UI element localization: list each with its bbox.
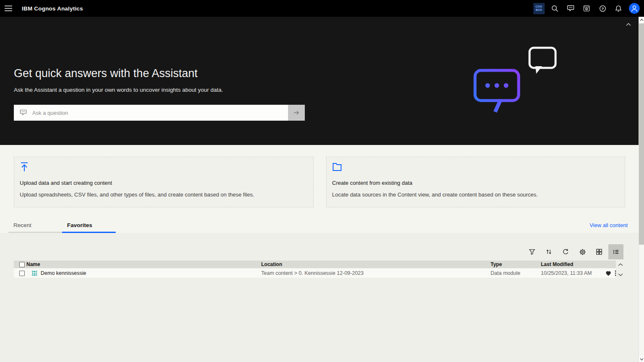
- card-description: Locate data sources in the Content view,…: [332, 191, 619, 198]
- sort-button[interactable]: [541, 244, 556, 259]
- ext-badge-line1: COG: [535, 5, 542, 8]
- topbar: IBM Cognos Analytics COG BOX: [0, 0, 644, 17]
- row-checkbox[interactable]: [19, 271, 25, 276]
- hero-subtitle: Ask the Assistant a question in your own…: [14, 87, 223, 93]
- row-location: Team content > 0. Kennissessie 12-09-202…: [261, 270, 491, 276]
- table-row[interactable]: Demo kennissessie Team content > 0. Kenn…: [14, 268, 616, 278]
- row-checkbox-cell: [14, 271, 26, 276]
- page-scrollbar[interactable]: [639, 17, 644, 362]
- svg-text:?: ?: [601, 6, 604, 11]
- account-avatar: [629, 3, 640, 14]
- heart-icon: [605, 271, 611, 276]
- cogbox-extension-icon: COG BOX: [533, 3, 545, 14]
- ext-badge-line2: BOX: [535, 8, 542, 12]
- row-type: Data module: [491, 270, 541, 276]
- data-module-icon: [31, 270, 37, 276]
- card-title: Upload data and start creating content: [20, 180, 308, 186]
- header-last-modified[interactable]: Last Modified: [541, 261, 603, 267]
- upload-data-card[interactable]: Upload data and start creating content U…: [14, 157, 314, 207]
- view-all-content-link[interactable]: View all content: [589, 222, 628, 228]
- chevron-up-icon: [626, 22, 631, 26]
- favorites-panel: Name Location Type Last Modified: [0, 233, 639, 362]
- ask-question-input[interactable]: [14, 105, 288, 121]
- list-scroll-up-button[interactable]: [618, 261, 623, 269]
- hero-collapse-button[interactable]: [624, 21, 633, 28]
- list-toolbar: [525, 244, 623, 259]
- hamburger-icon: [5, 5, 12, 11]
- help-icon: ?: [599, 5, 606, 12]
- chevron-down-icon: [640, 358, 644, 361]
- assistant-button[interactable]: [563, 0, 579, 17]
- header-type[interactable]: Type: [491, 261, 541, 267]
- list-view-button[interactable]: [608, 244, 623, 259]
- settings-button[interactable]: [575, 244, 590, 259]
- row-last-modified: 10/25/2023, 11:33 AM: [541, 270, 603, 276]
- list-scroll-down-button[interactable]: [618, 271, 623, 279]
- hero-title: Get quick answers with the Assistant: [14, 67, 197, 80]
- card-description: Upload spreadsheets, CSV files, and othe…: [20, 191, 308, 198]
- sort-icon: [545, 248, 552, 255]
- row-name: Demo kennissessie: [41, 270, 86, 276]
- row-actions-cell: [603, 270, 616, 276]
- arrow-right-icon: [293, 109, 300, 116]
- content-tabs: Recent Favorites: [8, 218, 116, 233]
- chevron-down-icon: [618, 272, 623, 277]
- search-button[interactable]: [547, 0, 563, 17]
- ask-question-box: [14, 105, 305, 121]
- account-button[interactable]: [626, 0, 642, 17]
- upload-icon: [20, 162, 30, 172]
- chevron-up-icon: [618, 262, 623, 267]
- filter-icon: [529, 248, 535, 255]
- refresh-button[interactable]: [558, 244, 573, 259]
- header-name[interactable]: Name: [26, 261, 261, 267]
- list-view-icon: [613, 248, 619, 255]
- assistant-hero: Get quick answers with the Assistant Ask…: [0, 17, 639, 145]
- favorite-toggle[interactable]: [605, 271, 611, 276]
- grid-view-button[interactable]: [592, 244, 607, 259]
- scrollbar-down-button[interactable]: [639, 356, 644, 362]
- topbar-actions: COG BOX: [531, 0, 642, 17]
- scrollbar-thumb[interactable]: [639, 23, 644, 245]
- window-eye-icon: [583, 5, 590, 12]
- notifications-button[interactable]: [610, 0, 626, 17]
- refresh-icon: [562, 248, 569, 255]
- window-eye-button[interactable]: [579, 0, 595, 17]
- table-header-row: Name Location Type Last Modified: [14, 261, 616, 268]
- create-content-card[interactable]: Create content from existing data Locate…: [326, 157, 625, 207]
- grid-view-icon: [596, 248, 602, 255]
- help-button[interactable]: ?: [595, 0, 610, 17]
- cogbox-extension-button[interactable]: COG BOX: [531, 0, 547, 17]
- favorites-table: Name Location Type Last Modified: [14, 261, 616, 278]
- ask-submit-button[interactable]: [288, 105, 305, 121]
- chat-bubble-icon: [20, 109, 27, 116]
- card-title: Create content from existing data: [332, 180, 619, 186]
- filter-button[interactable]: [525, 244, 540, 259]
- folder-icon: [332, 162, 342, 172]
- header-location[interactable]: Location: [261, 261, 491, 267]
- header-checkbox-cell: [14, 262, 26, 267]
- app-menu-button[interactable]: [0, 0, 17, 17]
- chevron-up-icon: [640, 18, 644, 21]
- tab-favorites[interactable]: Favorites: [62, 218, 116, 233]
- assistant-illustration: [472, 44, 564, 118]
- settings-gear-icon: [579, 248, 586, 256]
- row-context-menu-button[interactable]: [615, 270, 616, 276]
- scrollbar-up-button[interactable]: [639, 17, 644, 23]
- assistant-chat-icon: [567, 5, 574, 12]
- select-all-checkbox[interactable]: [19, 262, 25, 267]
- bell-icon: [615, 5, 622, 12]
- tab-recent[interactable]: Recent: [8, 218, 62, 233]
- app-title: IBM Cognos Analytics: [22, 5, 83, 12]
- search-icon: [551, 5, 558, 12]
- kebab-menu-icon: [615, 270, 616, 276]
- row-name-cell[interactable]: Demo kennissessie: [26, 270, 261, 276]
